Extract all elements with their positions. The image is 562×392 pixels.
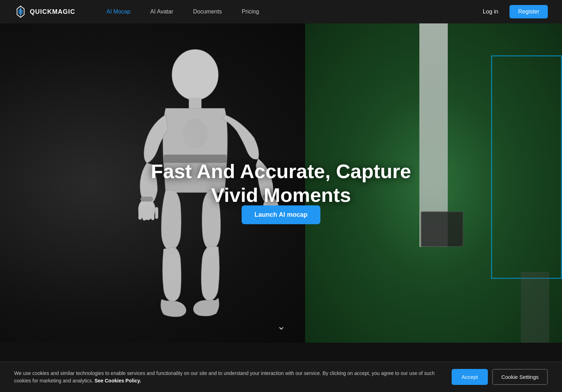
robot-figure <box>43 41 348 343</box>
svg-point-3 <box>172 50 218 100</box>
nav-links: AI Mocap AI Avatar Documents Pricing <box>97 0 477 23</box>
hero-right-panel <box>305 23 562 343</box>
launch-ai-mocap-button[interactable]: Launch AI mocap <box>242 205 320 224</box>
svg-rect-4 <box>189 98 202 109</box>
login-button[interactable]: Log in <box>477 6 504 18</box>
scroll-indicator[interactable]: ⌄ <box>277 320 285 332</box>
svg-rect-5 <box>164 155 227 163</box>
hero-section: Fast And Accurate, Capture Vivid Moments… <box>0 23 562 343</box>
hero-left-panel <box>0 23 305 343</box>
studio-background <box>305 23 562 343</box>
svg-rect-18 <box>140 197 153 201</box>
register-button[interactable]: Register <box>509 5 548 18</box>
studio-person <box>521 272 549 343</box>
nav-link-ai-mocap[interactable]: AI Mocap <box>97 0 140 23</box>
hero-cta-container: Launch AI mocap <box>0 205 562 224</box>
nav-link-documents[interactable]: Documents <box>183 0 232 23</box>
logo[interactable]: QuickMagic <box>14 5 75 18</box>
chevron-down-icon: ⌄ <box>277 321 285 332</box>
logo-icon <box>14 5 27 18</box>
nav-link-ai-avatar[interactable]: AI Avatar <box>140 0 183 23</box>
svg-rect-19 <box>262 194 274 199</box>
nav-link-pricing[interactable]: Pricing <box>232 0 269 23</box>
auth-buttons: Log in Register <box>477 5 548 18</box>
brand-name: QuickMagic <box>30 8 75 16</box>
svg-point-17 <box>182 119 208 148</box>
navbar: QuickMagic AI Mocap AI Avatar Documents … <box>0 0 562 23</box>
studio-frame <box>491 55 562 279</box>
